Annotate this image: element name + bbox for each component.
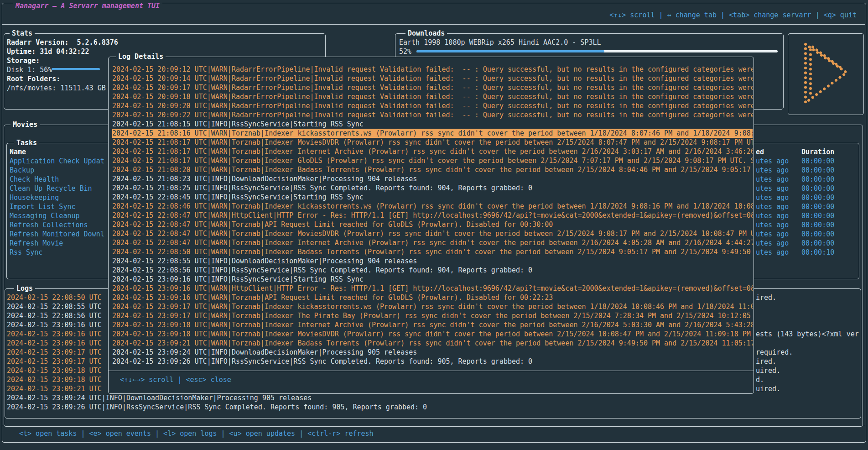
log-detail-line[interactable]: 2024-02-15 21:08:17 UTC|WARN|Torznab|Ind…	[112, 156, 753, 165]
log-detail-line[interactable]: 2024-02-15 23:09:18 UTC|WARN|Torznab|Ind…	[112, 330, 753, 339]
log-detail-line[interactable]: 2024-02-15 20:09:20 UTC|WARN|RadarrError…	[112, 101, 753, 110]
log-detail-line[interactable]: 2024-02-15 23:09:24 UTC|INFO|DownloadDec…	[112, 348, 753, 357]
tasks-duration-column: 00:00:0000:00:0000:00:0000:00:0000:00:00…	[801, 157, 856, 257]
task-duration-cell: 00:00:00	[801, 193, 856, 202]
app-title: Managarr – A Servarr management TUI	[13, 1, 162, 10]
download-item-title[interactable]: Earth 1998 1080p WEBRip x265 Hindi AAC2.…	[399, 38, 780, 47]
header-divider	[2, 24, 865, 25]
log-detail-line[interactable]: 2024-02-15 22:08:47 UTC|WARN|Torznab|Ind…	[112, 229, 753, 238]
log-details-modal: Log Details 2024-02-15 20:09:12 UTC|WARN…	[108, 57, 754, 394]
log-detail-line[interactable]: 2024-02-15 22:08:45 UTC|INFO|RssSyncServ…	[112, 193, 753, 202]
log-entry-tail: required.	[756, 348, 859, 357]
log-detail-line[interactable]: 2024-02-15 20:09:18 UTC|WARN|RadarrError…	[112, 92, 753, 101]
log-details-list: 2024-02-15 20:09:12 UTC|WARN|RadarrError…	[112, 65, 753, 366]
log-detail-line[interactable]: 2024-02-15 23:09:17 UTC|WARN|Torznab|Ind…	[112, 311, 753, 320]
task-duration-cell: 00:00:00	[801, 202, 856, 211]
log-detail-line[interactable]: 2024-02-15 23:09:16 UTC|WARN|Torznab|API…	[112, 293, 753, 302]
disk-usage-gauge	[52, 68, 100, 70]
log-detail-line[interactable]: 2024-02-15 20:09:17 UTC|WARN|RadarrError…	[112, 83, 753, 92]
task-duration-cell: 00:00:00	[801, 175, 856, 184]
log-detail-line[interactable]: 2024-02-15 22:08:46 UTC|WARN|Torznab|Ind…	[112, 202, 753, 211]
stats-line: Radarr Version: 5.2.6.8376	[7, 38, 322, 47]
log-detail-line[interactable]: 2024-02-15 23:09:17 UTC|WARN|Torznab|Ind…	[112, 302, 753, 311]
log-detail-line[interactable]: 2024-02-15 22:08:47 UTC|WARN|Torznab|Ind…	[112, 238, 753, 247]
movies-panel-title: Movies	[10, 120, 40, 129]
task-duration-cell: 00:00:00	[801, 157, 856, 166]
log-detail-line[interactable]: 2024-02-15 22:08:47 UTC|WARN|Torznab|API…	[112, 220, 753, 229]
tasks-duration-header: Duration	[801, 147, 834, 157]
log-entry[interactable]: 2024-02-15 23:09:26 UTC|INFO|RssSyncServ…	[7, 403, 554, 412]
log-detail-line[interactable]: 2024-02-15 20:09:12 UTC|WARN|RadarrError…	[112, 65, 753, 74]
logo-panel	[788, 33, 864, 115]
managarr-app: Managarr – A Servarr management TUI Rada…	[0, 0, 868, 450]
log-entry-tail: ests (143 bytes)<?xml ver	[756, 330, 859, 339]
tasks-queued-header: ed	[756, 147, 764, 157]
log-details-modal-title: Log Details	[116, 52, 166, 61]
task-duration-cell: 00:00:00	[801, 230, 856, 239]
log-detail-line[interactable]: 2024-02-15 21:08:17 UTC|WARN|Torznab|Ind…	[112, 138, 753, 147]
log-detail-line[interactable]: 2024-02-15 21:08:23 UTC|INFO|DownloadDec…	[112, 174, 753, 183]
log-detail-line[interactable]: 2024-02-15 21:08:15 UTC|INFO|RssSyncServ…	[112, 120, 753, 129]
logs-right-fragments: ired.ests (143 bytes)<?xml verrequired.i…	[756, 293, 859, 412]
log-entry-tail: ired.	[756, 357, 859, 366]
top-keybind-hints: <↑↓> scroll | ↔ change tab | <tab> chang…	[609, 10, 857, 20]
modal-keybind-hints: <↑↓←→> scroll | <esc> close	[120, 375, 231, 384]
task-duration-cell: 00:00:10	[801, 248, 856, 257]
log-detail-line[interactable]: 2024-02-15 23:09:21 UTC|WARN|Torznab|Ind…	[112, 339, 753, 348]
tasks-panel-title: Tasks	[14, 138, 39, 147]
task-duration-cell: 00:00:00	[801, 211, 856, 220]
tasks-name-header: Name	[10, 147, 26, 157]
log-entry-tail	[756, 339, 859, 348]
log-entry-tail: d.	[756, 375, 859, 384]
download-progress-bar	[416, 50, 604, 52]
task-duration-cell: 00:00:00	[801, 220, 856, 230]
log-detail-line[interactable]: 2024-02-15 23:09:18 UTC|WARN|Torznab|Ind…	[112, 320, 753, 330]
log-entry-tail	[756, 302, 859, 311]
log-detail-line[interactable]: 2024-02-15 22:08:50 UTC|WARN|Torznab|Ind…	[112, 247, 753, 256]
log-entry-tail	[756, 311, 859, 320]
log-entry[interactable]: 2024-02-15 23:09:24 UTC|INFO|DownloadDec…	[7, 393, 554, 403]
task-duration-cell: 00:00:00	[801, 184, 856, 193]
log-detail-line[interactable]: 2024-02-15 21:08:17 UTC|WARN|Torznab|Ind…	[112, 147, 753, 156]
log-entry-tail	[756, 320, 859, 330]
task-duration-cell: 00:00:00	[801, 166, 856, 175]
log-entry-tail	[756, 393, 859, 403]
log-entry-tail: uired.	[756, 366, 859, 375]
log-entry-tail: ired.	[756, 293, 859, 302]
log-detail-line[interactable]: 2024-02-15 20:09:14 UTC|WARN|RadarrError…	[112, 74, 753, 83]
modal-footer-divider	[109, 371, 754, 371]
task-duration-cell: 00:00:00	[801, 239, 856, 248]
log-detail-line[interactable]: 2024-02-15 20:09:22 UTC|WARN|RadarrError…	[112, 110, 753, 120]
downloads-panel-title: Downloads	[405, 29, 447, 38]
download-percent: 52%	[399, 47, 417, 56]
servarr-tabs: Radarr │ Sonarr	[20, 10, 107, 20]
log-detail-line[interactable]: 2024-02-15 21:08:20 UTC|WARN|Torznab|Ind…	[112, 165, 753, 174]
logs-panel-title: Logs	[14, 284, 35, 293]
log-detail-line[interactable]: 2024-02-15 21:08:16 UTC|WARN|Torznab|Ind…	[112, 129, 753, 138]
log-detail-line[interactable]: 2024-02-15 23:09:26 UTC|INFO|RssSyncServ…	[112, 357, 753, 366]
log-detail-line[interactable]: 2024-02-15 23:09:16 UTC|INFO|RssSyncServ…	[112, 275, 753, 284]
stats-panel-title: Stats	[10, 29, 35, 38]
play-logo-icon	[799, 41, 854, 107]
log-detail-line[interactable]: 2024-02-15 22:08:47 UTC|WARN|HttpClient|…	[112, 211, 753, 220]
log-detail-line[interactable]: 2024-02-15 22:08:56 UTC|INFO|RssSyncServ…	[112, 266, 753, 275]
log-entry-tail: uired.	[756, 384, 859, 393]
log-detail-line[interactable]: 2024-02-15 23:09:16 UTC|WARN|HttpClient|…	[112, 284, 753, 293]
log-detail-line[interactable]: 2024-02-15 22:08:55 UTC|INFO|DownloadDec…	[112, 256, 753, 266]
bottom-keybind-hints: <t> open tasks | <e> open events | <l> o…	[19, 429, 374, 438]
log-entry-tail	[756, 403, 859, 412]
log-detail-line[interactable]: 2024-02-15 21:08:25 UTC|INFO|RssSyncServ…	[112, 183, 753, 193]
